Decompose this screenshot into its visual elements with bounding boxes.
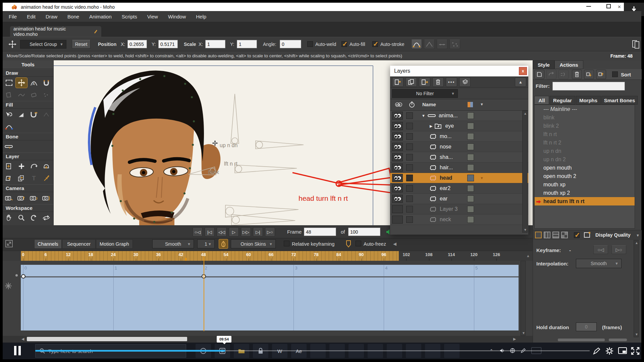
header-dropdown-icon[interactable]: ▼ [480,102,484,106]
layer-visibility-toggle[interactable] [392,112,403,120]
layer-expand-arrow[interactable]: ▶ [430,124,432,128]
auto-fill-checkbox[interactable] [341,41,347,47]
layer-row-mo[interactable]: mo... [390,131,528,142]
roll-camera-tool[interactable] [28,193,40,203]
annotate-icon[interactable] [592,347,601,355]
eyedropper-tool[interactable] [41,173,52,183]
layer-animate-checkbox[interactable] [406,175,413,181]
select-shape-fill-tool[interactable] [3,110,15,120]
menu-animation[interactable]: Animation [89,14,112,19]
freehand-tool[interactable] [16,90,27,100]
magnet-tool[interactable] [41,78,52,88]
action-item-open-mouth[interactable]: open mouth [535,164,635,172]
view-split2-icon[interactable] [544,232,550,238]
sort-checkbox[interactable] [612,71,618,77]
actions-subtab-regular[interactable]: Regular [550,96,575,105]
scale-x-input[interactable] [205,40,225,48]
timeline-ruler[interactable]: 0612182430364248546066727884909610210811… [3,251,533,261]
minimize-button[interactable] [586,6,591,7]
draw-shape-tool[interactable] [3,90,15,100]
hidden-fill-tool[interactable] [41,110,52,120]
zoom-workspace-tool[interactable] [16,213,27,223]
layer-color-swatch[interactable] [467,123,474,129]
layer-visibility-toggle[interactable] [392,153,403,161]
layer-color-swatch[interactable] [467,154,474,161]
menu-window[interactable]: Window [168,14,186,19]
menu-view[interactable]: View [147,14,158,19]
layer-animate-checkbox[interactable] [406,216,413,223]
menu-help[interactable]: Help [196,14,206,19]
layer-color-swatch[interactable] [467,133,474,140]
menu-draw[interactable]: Draw [46,14,57,19]
position-x-input[interactable] [127,40,147,48]
position-y-input[interactable] [158,40,178,48]
layer-visibility-toggle[interactable] [392,143,403,151]
orbit-workspace-tool[interactable] [41,213,52,223]
interpolation-mode-dropdown[interactable]: Smooth▼ [152,239,194,248]
scale-y-input[interactable] [237,40,257,48]
rotate-workspace-tool[interactable] [28,213,40,223]
document-tab[interactable]: animation head for music video.moho [10,26,101,37]
layer-row-sha[interactable]: sha... [390,152,528,163]
layer-visibility-toggle[interactable] [392,132,403,140]
timeline-tab-motion-graph[interactable]: Motion Graph [96,239,133,249]
action-item-lft-n-rt-2[interactable]: lft n rt 2 [535,138,635,147]
transform-points-tool[interactable] [16,78,27,88]
layer-visibility-toggle[interactable] [392,195,403,203]
onion-skins-dropdown[interactable]: Onion Skins▼ [231,239,276,248]
display-checkbox[interactable] [574,232,580,238]
hscroll-right-icon[interactable]: ▶ [513,337,516,341]
keyframe-tag-icon[interactable] [345,240,352,249]
action-item-Mainline[interactable]: --- Mainline --- [535,105,635,113]
bottom-scroll-piece[interactable] [558,339,605,341]
curvature-tool-button[interactable] [411,40,422,49]
color-column-icon[interactable] [467,102,473,109]
curve-exposure-tool[interactable] [3,122,15,132]
menu-bone[interactable]: Bone [67,14,79,19]
actions-subtab-all[interactable]: All [534,96,549,105]
rotate-xy-tool[interactable] [16,173,27,183]
layer-color-swatch[interactable] [467,164,474,171]
layer-animate-checkbox[interactable] [406,195,413,202]
layers-panel-titlebar[interactable]: Layers x [390,66,528,76]
rotate-layer-tool[interactable] [28,161,40,171]
action-item-mouth-xp[interactable]: mouth xp [535,180,635,189]
delete-layer-button[interactable] [432,77,444,87]
new-layer-button[interactable] [392,77,404,87]
total-frames-input[interactable] [348,228,380,236]
settings-gear-icon[interactable] [605,347,614,355]
set-origin-tool[interactable] [16,161,27,171]
hscroll-left-icon[interactable]: ◀ [21,337,24,341]
reference-layer-button[interactable] [419,77,430,87]
onion-skin-toggle-button[interactable] [219,239,228,249]
layer-filter-dropdown[interactable]: No Filter▼ [392,89,458,98]
play-button[interactable]: ▷ [229,227,239,237]
insert-copy-button[interactable] [558,70,569,79]
options-page-icon[interactable] [632,40,640,50]
layer-visibility-toggle[interactable] [392,122,403,130]
expand-timeline-icon[interactable] [5,240,13,249]
shear-layer-tool[interactable] [41,161,52,171]
insert-action-down-button[interactable] [584,70,594,79]
display-quality-label[interactable]: Display Quality [595,232,631,238]
step-back-button[interactable]: ◁◁ [217,227,227,237]
tab-actions[interactable]: Actions [554,60,583,69]
new-action-button[interactable] [534,70,544,79]
auto-stroke-checkbox[interactable] [372,41,378,47]
timeline-hscroll-track[interactable]: ◀ ▶ [3,336,533,343]
layer-color-swatch[interactable] [467,195,474,202]
collapse-panel-button[interactable]: ▲ [515,77,526,87]
layer-color-swatch[interactable] [467,112,474,119]
action-item-up-n-dn-2[interactable]: up n dn 2 [535,155,635,164]
layer-row-nose[interactable]: nose [390,142,528,152]
layer-animate-checkbox[interactable] [406,123,413,129]
actions-filter-input[interactable] [552,82,625,90]
layer-visibility-toggle[interactable] [392,174,403,182]
random-points-button[interactable] [449,40,460,49]
layer-color-swatch[interactable] [467,185,474,192]
video-seek-played[interactable] [35,350,225,352]
menu-scripts[interactable]: Scripts [122,14,137,19]
layer-row-ear[interactable]: ear [390,194,528,204]
display-quality-caret[interactable]: ▼ [636,233,640,237]
layers-scrollbar[interactable]: ▲ ▼ [522,111,528,233]
